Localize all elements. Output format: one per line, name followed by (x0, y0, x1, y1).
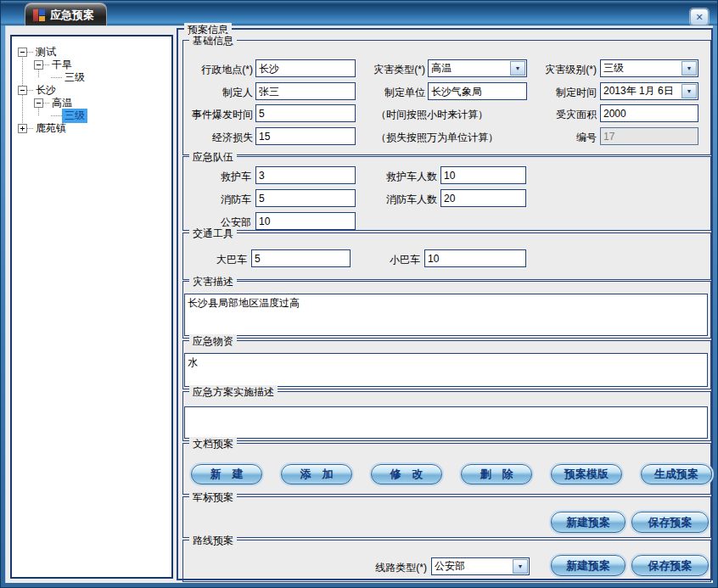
tree-node-sanji-1[interactable]: 三级 (12, 71, 170, 84)
tree-node-label[interactable]: 鹿苑镇 (33, 121, 69, 136)
tree-connector (43, 64, 49, 65)
tree-connector (51, 77, 62, 78)
disaster-level-label: 灾害级别(*) (500, 63, 597, 77)
basic-info-group: 基础信息 行政地点(*) 灾害类型(*) 高温 ▼ 灾害级别(*) 三级 ▼ 制… (182, 40, 711, 155)
creator-label: 制定人 (183, 86, 253, 100)
title-bar: 应急预案 ✕ (1, 1, 717, 25)
affected-area-input[interactable] (600, 104, 698, 122)
tree-connector (27, 128, 33, 129)
dropdown-arrow-glyph: ▼ (518, 563, 524, 569)
tree-connector (43, 103, 49, 104)
serial-number-label: 编号 (500, 131, 597, 145)
app-window: 应急预案 ✕ 测试 干旱 三级 长沙 (0, 0, 718, 588)
police-input[interactable] (255, 212, 356, 230)
window-title: 应急预案 (50, 8, 94, 23)
disaster-level-value: 三级 (601, 61, 681, 76)
military-new-plan-button[interactable]: 新建预案 (551, 512, 625, 533)
emergency-team-group: 应急队伍 救护车 救护车人数 消防车 消防车人数 公安部 (182, 156, 711, 231)
tree-node-sanji-2-selected[interactable]: 三级 (12, 109, 170, 122)
new-button[interactable]: 新 建 (191, 464, 262, 484)
disaster-desc-group: 灾害描述 长沙县局部地区温度过高 (182, 281, 711, 339)
outbreak-time-input[interactable] (255, 104, 356, 122)
content-area: 测试 干旱 三级 长沙 高温 三级 (5, 25, 713, 583)
create-time-datepicker[interactable]: 2013年 1月 6日 ▼ (600, 82, 698, 100)
create-time-label: 制定时间 (500, 86, 597, 100)
tree-node-luyuanzhen[interactable]: 鹿苑镇 (12, 122, 170, 135)
window-title-tab[interactable]: 应急预案 (25, 3, 107, 26)
implementation-group: 应急方案实施描述 (182, 391, 711, 441)
document-plan-group: 文档预案 新 建 添 加 修 改 删 除 预案模版 生成预案 (182, 443, 711, 495)
create-time-value: 2013年 1月 6日 (601, 84, 681, 98)
route-plan-group-title: 路线预案 (189, 534, 237, 548)
economic-loss-label: 经济损失 (183, 131, 253, 145)
dropdown-arrow-glyph: ▼ (687, 65, 693, 71)
ambulance-staff-label: 救护车人数 (336, 170, 437, 184)
route-type-label: 线路类型(*) (336, 561, 427, 575)
military-plan-group-title: 军标预案 (189, 490, 237, 505)
tree-node-gaowen[interactable]: 高温 (12, 97, 170, 109)
serial-number-input (600, 127, 698, 145)
fire-truck-staff-label: 消防车人数 (336, 193, 437, 207)
chevron-down-icon[interactable]: ▼ (682, 61, 697, 76)
plan-template-button[interactable]: 预案模版 (551, 464, 622, 484)
disaster-type-label: 灾害类型(*) (326, 63, 425, 77)
collapse-icon[interactable] (18, 48, 27, 57)
supplies-group-title: 应急物资 (189, 334, 237, 349)
implementation-group-title: 应急方案实施描述 (189, 385, 278, 400)
emergency-team-group-title: 应急队伍 (189, 150, 237, 165)
route-plan-group: 路线预案 线路类型(*) 公安部 ▼ 新建预案 保存预案 (182, 540, 711, 582)
route-new-plan-button[interactable]: 新建预案 (551, 555, 625, 576)
tree-node-changsha[interactable]: 长沙 (12, 84, 170, 97)
economic-loss-note: （损失按照万为单位计算） (376, 131, 498, 145)
app-icon (33, 9, 45, 21)
tree-connector (27, 52, 33, 53)
affected-area-label: 受灾面积 (500, 108, 597, 122)
chevron-down-icon[interactable]: ▼ (513, 559, 528, 574)
big-bus-label: 大巴车 (183, 253, 247, 267)
generate-plan-button[interactable]: 生成预案 (641, 464, 712, 484)
disaster-level-select[interactable]: 三级 ▼ (600, 59, 698, 77)
tree-connector (27, 90, 33, 91)
disaster-type-value: 高温 (429, 61, 509, 76)
route-type-value: 公安部 (432, 559, 512, 574)
route-type-select[interactable]: 公安部 ▼ (431, 557, 530, 575)
admin-location-label: 行政地点(*) (183, 63, 253, 77)
expand-icon[interactable] (18, 124, 27, 133)
ambulance-label: 救护车 (183, 170, 251, 184)
basic-info-group-title: 基础信息 (189, 34, 237, 48)
transport-group-title: 交通工具 (189, 227, 237, 241)
fire-truck-staff-input[interactable] (440, 189, 526, 207)
document-plan-group-title: 文档预案 (189, 437, 237, 451)
collapse-icon[interactable] (34, 60, 43, 70)
plan-info-group: 预案信息 基础信息 行政地点(*) 灾害类型(*) 高温 ▼ 灾害级别(*) 三… (177, 28, 713, 580)
military-plan-group: 军标预案 新建预案 保存预案 (182, 496, 711, 538)
collapse-icon[interactable] (18, 86, 27, 95)
military-save-plan-button[interactable]: 保存预案 (631, 512, 709, 533)
close-button[interactable]: ✕ (690, 8, 709, 25)
small-bus-input[interactable] (424, 249, 526, 267)
outbreak-time-label: 事件爆发时间 (183, 108, 253, 122)
tree-node-ceshi[interactable]: 测试 (12, 46, 170, 59)
disaster-desc-textarea[interactable]: 长沙县局部地区温度过高 (184, 294, 708, 336)
outbreak-time-note: （时间按照小时来计算） (376, 108, 488, 122)
delete-button[interactable]: 删 除 (461, 464, 532, 484)
fire-truck-label: 消防车 (183, 193, 251, 207)
collapse-icon[interactable] (34, 98, 43, 108)
implementation-textarea[interactable] (184, 406, 708, 439)
ambulance-staff-input[interactable] (440, 166, 526, 184)
create-unit-label: 制定单位 (326, 86, 425, 100)
supplies-group: 应急物资 水 (182, 340, 711, 389)
tree-node-label[interactable]: 三级 (62, 70, 87, 85)
transport-group: 交通工具 大巴车 小巴车 (182, 232, 711, 280)
economic-loss-input[interactable] (255, 127, 356, 145)
small-bus-label: 小巴车 (328, 253, 420, 267)
chevron-down-icon[interactable]: ▼ (682, 84, 697, 98)
tree-node-ganhan[interactable]: 干旱 (12, 59, 170, 71)
tree-connector (51, 115, 62, 116)
add-button[interactable]: 添 加 (281, 464, 352, 484)
plan-tree: 测试 干旱 三级 长沙 高温 三级 (10, 35, 173, 579)
dropdown-arrow-glyph: ▼ (687, 88, 693, 94)
route-save-plan-button[interactable]: 保存预案 (631, 555, 709, 576)
supplies-textarea[interactable]: 水 (184, 353, 708, 387)
modify-button[interactable]: 修 改 (371, 464, 442, 484)
